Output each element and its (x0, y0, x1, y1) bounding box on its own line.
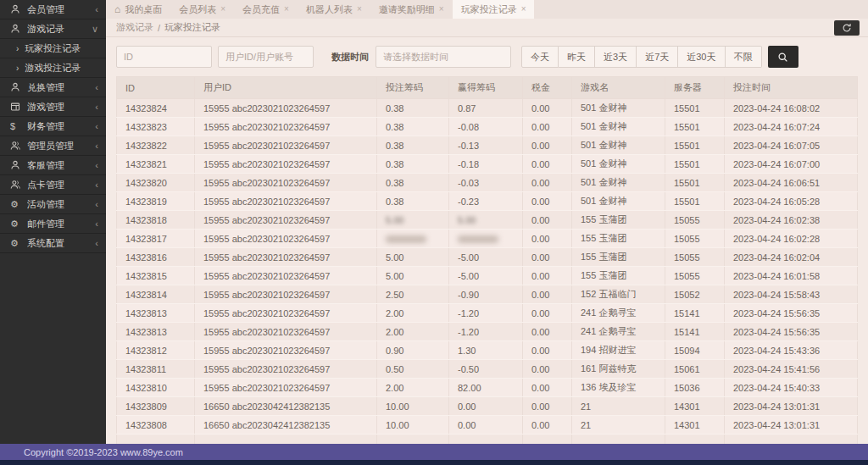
table-row: 1432382215955 abc20230210232645970.38-0.… (117, 136, 858, 155)
cell-id: 14323824 (117, 99, 195, 118)
table-row: 1432382315955 abc20230210232645970.38-0.… (117, 118, 858, 136)
tab-label: 玩家投注记录 (461, 3, 517, 16)
cell-game: 241 企鹅寻宝 (572, 304, 665, 323)
sidebar-subitem-label: 游戏投注记录 (25, 62, 98, 75)
sidebar-item[interactable]: $财务管理‹ (0, 117, 106, 136)
tab[interactable]: 邀请奖励明细× (370, 0, 453, 19)
cell-user: 15955 abc2023021023264597 (195, 341, 377, 360)
sidebar-subitem[interactable]: ›玩家投注记录 (0, 39, 106, 58)
bet-records-table: ID用户ID投注筹码赢得筹码税金游戏名服务器投注时间 1432382415955… (116, 76, 858, 444)
cell-id: 14323820 (117, 174, 195, 192)
chevron-left-icon: ‹ (95, 141, 98, 151)
refresh-button[interactable] (834, 20, 860, 36)
cell-tax: 0.00 (523, 230, 572, 248)
user-id-input[interactable] (218, 46, 314, 68)
range-button[interactable]: 近30天 (678, 46, 725, 68)
range-button[interactable]: 今天 (521, 46, 559, 68)
close-icon[interactable]: × (357, 5, 362, 14)
sidebar-item[interactable]: 游戏管理‹ (0, 97, 106, 117)
search-button[interactable] (768, 46, 798, 68)
cell-game: 155 玉蒲团 (572, 230, 665, 248)
cell-id: 14323810 (117, 379, 195, 397)
table-row: 1432381115955 abc20230210232645970.50-0.… (117, 360, 858, 379)
cell-id: 14323816 (117, 248, 195, 267)
sidebar-item[interactable]: ⚙系统配置‹ (0, 234, 106, 253)
table-header-row: ID用户ID投注筹码赢得筹码税金游戏名服务器投注时间 (117, 77, 858, 99)
cell-tax: 0.00 (523, 360, 572, 379)
range-button[interactable]: 昨天 (559, 46, 595, 68)
cell-tax: 0.00 (523, 267, 572, 285)
cell-tax: 0.00 (523, 304, 572, 323)
cell-time: 2023-04-24 16:08:02 (725, 99, 858, 118)
cell-game: 161 阿兹特克 (572, 360, 665, 379)
sidebar-item[interactable]: ⚙活动管理‹ (0, 195, 106, 214)
cell-bet: 2.00 (377, 379, 449, 397)
close-icon[interactable]: × (220, 5, 225, 14)
sidebar-item[interactable]: 客服管理‹ (0, 156, 106, 175)
column-header-id: ID (117, 77, 195, 99)
breadcrumb-parent[interactable]: 游戏记录 (116, 21, 153, 34)
cell-user: 15955 abc2023021023264597 (195, 379, 377, 397)
cell-tax: 0.00 (523, 397, 572, 416)
sidebar-item-label: 管理员管理 (27, 140, 95, 152)
cell-bet: 0.38 (377, 155, 449, 174)
range-button[interactable]: 近7天 (637, 46, 678, 68)
cell-win: 82.00 (449, 379, 523, 397)
cell-game: 21 (572, 397, 665, 416)
sidebar-subitem[interactable]: ›游戏投注记录 (0, 58, 106, 78)
tab-label: 我的桌面 (125, 3, 162, 16)
cell-win: -5.00 (449, 267, 523, 285)
chevron-left-icon: ‹ (95, 239, 98, 248)
id-input[interactable] (116, 46, 212, 68)
tab[interactable]: 会员列表× (170, 0, 234, 19)
cell-win: 0.87 (449, 99, 523, 118)
tab[interactable]: ⌂我的桌面 (106, 0, 170, 19)
cell-server: 15501 (665, 192, 725, 211)
cell-server: 15055 (665, 267, 725, 285)
sidebar: 会员管理‹游戏记录∨›玩家投注记录›游戏投注记录兑换管理‹游戏管理‹$财务管理‹… (0, 0, 106, 444)
close-icon[interactable]: × (439, 5, 444, 14)
cell-bet: 10.00 (377, 397, 449, 416)
tab[interactable]: 机器人列表× (298, 0, 370, 19)
table-row: 1432380916650 abc202304241238213510.000.… (117, 397, 858, 416)
tab[interactable]: 会员充值× (234, 0, 298, 19)
cell-empty (195, 435, 377, 445)
home-icon: ⌂ (114, 4, 120, 14)
close-icon[interactable]: × (284, 5, 289, 14)
cell-bet (377, 230, 449, 248)
cell-id: 14323808 (117, 416, 195, 435)
table-row: 1432381915955 abc20230210232645970.38-0.… (117, 192, 858, 211)
sidebar-item[interactable]: 点卡管理‹ (0, 175, 106, 195)
cell-game: 194 招财进宝 (572, 341, 665, 360)
cell-user: 15955 abc2023021023264597 (195, 99, 377, 118)
cell-time: 2023-04-24 16:07:05 (725, 136, 858, 155)
range-button[interactable]: 不限 (726, 46, 762, 68)
sidebar-item[interactable]: 游戏记录∨ (0, 19, 106, 39)
table-row-partial (117, 435, 858, 445)
cell-time: 2023-04-24 16:02:38 (725, 211, 858, 230)
chevron-left-icon: ‹ (95, 200, 98, 209)
sidebar-item[interactable]: 管理员管理‹ (0, 136, 106, 156)
sidebar-item[interactable]: ⚙邮件管理‹ (0, 214, 106, 234)
cell-tax: 0.00 (523, 155, 572, 174)
cell-id: 14323813 (117, 304, 195, 323)
cell-server: 15501 (665, 155, 725, 174)
cell-bet: 10.00 (377, 416, 449, 435)
cell-game: 501 金财神 (572, 174, 665, 192)
cell-win: -0.08 (449, 118, 523, 136)
cell-win (449, 230, 523, 248)
column-header-bet: 投注筹码 (377, 77, 449, 99)
cell-bet: 0.50 (377, 360, 449, 379)
sidebar-item[interactable]: 兑换管理‹ (0, 78, 106, 97)
cell-user: 15955 abc2023021023264597 (195, 304, 377, 323)
range-button[interactable]: 近3天 (595, 46, 637, 68)
sidebar-item[interactable]: 会员管理‹ (0, 0, 106, 19)
tab[interactable]: 玩家投注记录× (453, 0, 535, 19)
table-row: 1432381015955 abc20230210232645972.0082.… (117, 379, 858, 397)
admin-app: 会员管理‹游戏记录∨›玩家投注记录›游戏投注记录兑换管理‹游戏管理‹$财务管理‹… (0, 0, 868, 465)
cell-win: -0.23 (449, 192, 523, 211)
close-icon[interactable]: × (521, 5, 526, 14)
submenu-arrow-icon: › (16, 44, 19, 53)
date-range-input[interactable] (376, 46, 511, 68)
dollar-icon: $ (10, 122, 23, 131)
